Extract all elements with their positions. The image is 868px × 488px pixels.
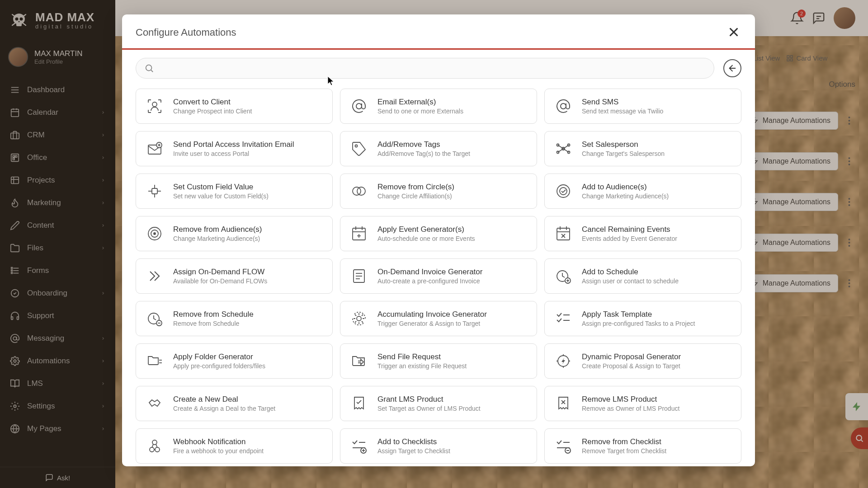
automation-card-webhook-notification[interactable]: Webhook NotificationFire a webhook to yo… [136,428,333,464]
automation-card-on-demand-invoice-generator[interactable]: On-Demand Invoice GeneratorAuto-create a… [340,258,537,294]
card-title: Set Custom Field Value [173,182,269,192]
svg-point-139 [152,440,157,445]
automation-card-apply-folder-generator[interactable]: Apply Folder GeneratorApply pre-configur… [136,343,333,379]
svg-point-99 [357,187,365,195]
card-title: Assign On-Demand FLOW [173,267,267,277]
clock-plus-icon [554,267,573,286]
card-desc: Create & Assign a Deal to the Target [173,404,275,413]
card-desc: Create Proposal & Assign to Target [582,362,681,370]
automation-card-cancel-remaining-events[interactable]: Cancel Remaining EventsEvents added by E… [544,216,741,251]
card-title: Accumulating Invoice Generator [377,310,487,319]
card-title: Add to Checklists [377,437,450,447]
card-desc: Change Marketing Audience(s) [582,192,669,200]
automation-card-remove-lms-product[interactable]: Remove LMS ProductRemove as Owner of LMS… [544,386,741,421]
invoice-icon [349,267,368,286]
svg-point-138 [155,447,160,452]
card-title: Send File Request [377,352,467,362]
card-desc: Remove from Schedule [173,319,254,328]
card-title: Add to Audience(s) [582,182,669,192]
svg-point-83 [355,145,358,147]
card-title: Apply Task Template [582,310,695,319]
card-title: Remove LMS Product [582,394,679,404]
chevrons-icon [145,267,164,286]
circles-icon [349,182,368,201]
card-desc: Change Marketing Audience(s) [173,235,262,243]
card-desc: Change Prospect into Client [173,107,252,115]
card-title: Apply Folder Generator [173,352,265,362]
modal-title: Configure Automations [136,27,236,38]
folder-send-icon [349,352,368,371]
tag-icon [349,139,368,158]
automation-card-accumulating-invoice-generator[interactable]: Accumulating Invoice GeneratorTrigger Ge… [340,301,537,336]
svg-point-100 [557,185,570,197]
automation-card-add-to-audience-s-[interactable]: Add to Audience(s)Change Marketing Audie… [544,174,741,209]
card-desc: Auto-schedule one or more Events [377,235,475,243]
handshake-icon [145,394,164,413]
checklist-icon [554,309,573,328]
automation-card-send-file-request[interactable]: Send File RequestTrigger an existing Fil… [340,343,537,379]
automation-card-remove-from-circle-s-[interactable]: Remove from Circle(s)Change Circle Affil… [340,174,537,209]
automation-card-set-custom-field-value[interactable]: Set Custom Field ValueSet new value for … [136,174,333,209]
svg-point-128 [357,316,361,321]
user-convert-icon [145,97,164,116]
card-title: Remove from Circle(s) [377,182,454,192]
svg-point-137 [150,447,154,452]
automation-card-apply-event-generator-s-[interactable]: Apply Event Generator(s)Auto-schedule on… [340,216,537,251]
automation-card-apply-task-template[interactable]: Apply Task TemplateAssign pre-configured… [544,301,741,336]
card-title: Apply Event Generator(s) [377,225,475,235]
automation-card-send-sms[interactable]: Send SMSSend text message via Twilio [544,89,741,124]
receipt-x-icon [554,394,573,413]
automation-card-add-to-checklists[interactable]: Add to ChecklistsAssign Target to Checkl… [340,428,537,464]
automation-card-dynamic-proposal-generator[interactable]: Dynamic Proposal GeneratorCreate Proposa… [544,343,741,379]
svg-line-74 [151,70,153,72]
webhook-icon [145,436,164,455]
at-icon [349,97,368,116]
automation-card-add-remove-tags[interactable]: Add/Remove TagsAdd/Remove Tag(s) to the … [340,131,537,166]
search-input[interactable] [160,64,706,72]
automation-card-set-salesperson[interactable]: Set SalespersonChange Target's Salespers… [544,131,741,166]
at-icon [554,97,573,116]
automation-card-assign-on-demand-flow[interactable]: Assign On-Demand FLOWAvailable for On-De… [136,258,333,294]
back-button[interactable] [723,59,741,77]
checklist-remove-icon [554,436,573,455]
automation-card-remove-from-schedule[interactable]: Remove from ScheduleRemove from Schedule [136,301,333,336]
folder-tree-icon [145,352,164,371]
target-icon [145,224,164,243]
card-desc: Remove Target from Checklist [582,447,666,455]
card-title: Create a New Deal [173,394,275,404]
card-title: Convert to Client [173,97,252,107]
card-title: Dynamic Proposal Generator [582,352,681,362]
svg-line-90 [563,145,569,149]
card-title: Grant LMS Product [377,394,481,404]
card-title: Webhook Notification [173,437,264,447]
close-button[interactable] [727,25,741,40]
automation-card-remove-from-checklist[interactable]: Remove from ChecklistRemove Target from … [544,428,741,464]
card-desc: Change Target's Salesperson [582,150,665,158]
card-desc: Send to one or more Externals [377,107,463,115]
automation-card-remove-from-audience-s-[interactable]: Remove from Audience(s)Change Marketing … [136,216,333,251]
automation-card-grant-lms-product[interactable]: Grant LMS ProductSet Target as Owner of … [340,386,537,421]
card-desc: Trigger Generator & Assign to Target [377,319,487,328]
checklist-add-icon [349,436,368,455]
card-title: Add/Remove Tags [377,140,470,150]
clock-minus-icon [145,309,164,328]
automation-card-convert-to-client[interactable]: Convert to ClientChange Prospect into Cl… [136,89,333,124]
card-title: Set Salesperson [582,140,665,150]
card-title: Remove from Schedule [173,310,254,319]
mail-plus-icon [145,139,164,158]
automation-card-email-external-s-[interactable]: Email External(s)Send to one or more Ext… [340,89,537,124]
card-desc: Assign user or contact to schedule [582,277,679,285]
card-desc: Apply pre-configured folders/files [173,362,265,370]
search-box[interactable] [136,58,714,79]
card-title: Send SMS [582,97,663,107]
card-desc: Add/Remove Tag(s) to the Target [377,150,470,158]
card-desc: Assign Target to Checklist [377,447,450,455]
card-desc: Set Target as Owner of LMS Product [377,404,481,413]
gear-bolt-icon [554,352,573,371]
automation-card-add-to-schedule[interactable]: Add to ScheduleAssign user or contact to… [544,258,741,294]
card-desc: Trigger an existing File Request [377,362,467,370]
automation-card-send-portal-access-invitation-email[interactable]: Send Portal Access Invitation EmailInvit… [136,131,333,166]
automation-card-create-a-new-deal[interactable]: Create a New DealCreate & Assign a Deal … [136,386,333,421]
svg-point-77 [356,103,362,109]
svg-marker-134 [561,358,565,364]
